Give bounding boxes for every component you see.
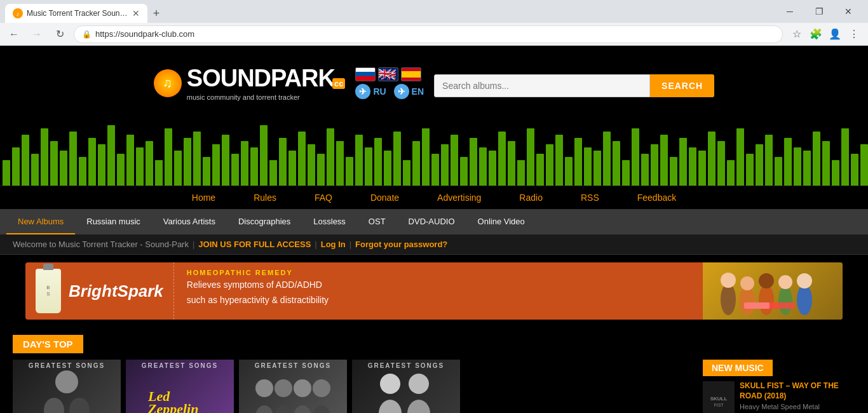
eq-bar-12 [117,154,125,186]
search-button[interactable]: SEARCH [650,74,714,97]
nav-rules[interactable]: Rules [254,193,276,203]
svg-point-13 [44,398,64,413]
search-area: SEARCH [434,74,714,97]
close-button[interactable]: ✕ [834,0,863,23]
minimize-button[interactable]: ─ [775,0,804,23]
tab-close-button[interactable]: ✕ [132,8,140,18]
join-link[interactable]: JOIN US FOR FULL ACCESS [198,240,311,249]
nav-advertising[interactable]: Advertising [437,193,481,203]
tab-lossless[interactable]: Lossless [302,209,357,234]
eq-bar-31 [298,132,306,186]
nav-menu: Home Rules FAQ Donate Advertising Radio … [0,186,868,209]
telegram-ru-label: RU [373,86,386,97]
login-link[interactable]: Log In [321,240,346,249]
flag-russia[interactable] [355,67,376,81]
eq-bar-32 [308,144,315,186]
profile-button[interactable]: 👤 [826,25,844,43]
telegram-ru-link[interactable]: ✈ RU [355,84,386,99]
eq-bar-59 [565,157,573,186]
album-label: GREATEST SONGS [126,362,234,369]
eq-bar-55 [527,128,534,186]
eq-bar-52 [498,132,506,186]
album-card[interactable]: GREATEST SONGS [239,360,347,413]
tab-russian-music[interactable]: Russian music [75,209,152,234]
extensions-button[interactable]: 🧩 [807,25,825,43]
ad-kids-svg [709,264,836,318]
tab-ost[interactable]: OST [357,209,397,234]
eq-bar-81 [775,157,782,186]
search-input[interactable] [434,74,650,97]
nav-home[interactable]: Home [192,193,215,203]
svg-point-4 [759,285,774,315]
flag-uk[interactable]: 🇬🇧 [378,67,398,81]
album-label: GREATEST SONGS [13,362,121,369]
browser-titlebar: ♪ Music Torrent Tracker Sound Par ✕ + ─ … [0,0,868,23]
eq-bar-14 [136,147,144,186]
svg-point-3 [740,276,754,290]
eq-bar-26 [250,147,258,186]
eq-bar-79 [756,144,763,186]
menu-button[interactable]: ⋮ [845,25,863,43]
album-card[interactable]: GREATEST SONGS [13,360,121,413]
section-content: BS BrightSpark HOMEOPATHIC REMEDY Reliev… [0,262,868,413]
telegram-en-link[interactable]: ✈ EN [394,84,424,99]
svg-point-26 [379,400,402,413]
welcome-bar: Welcome to Music Torrent Tracker - Sound… [0,234,868,255]
star-button[interactable]: ☆ [788,25,806,43]
back-button[interactable]: ← [5,25,23,43]
svg-point-14 [69,398,90,413]
forward-button[interactable]: → [28,25,46,43]
tab-online-video[interactable]: Online Video [466,209,536,234]
eq-bar-78 [746,154,754,186]
welcome-text: Welcome to Music Torrent Tracker - Sound… [13,240,189,249]
svg-rect-11 [744,302,770,309]
nav-radio[interactable]: Radio [519,193,543,203]
svg-point-6 [778,286,792,315]
eq-bar-60 [574,138,582,186]
eq-bar-36 [346,157,353,186]
eq-bar-8 [79,157,86,186]
ad-brand-name: BrightSpark [69,281,163,301]
forgot-password-link[interactable]: Forgot your password? [355,240,447,249]
tab-new-albums[interactable]: New Albums [6,209,75,234]
eq-bar-48 [460,157,468,186]
eq-bar-4 [41,128,48,186]
eq-bar-68 [651,144,658,186]
refresh-button[interactable]: ↻ [51,25,69,43]
logo-text: SOUNDPARK [187,65,335,92]
eq-bar-84 [803,151,811,186]
tab-various-artists[interactable]: Various Artists [152,209,227,234]
eq-bar-70 [670,157,677,186]
site-logo[interactable]: ♫ SOUNDPARK cc music community and torre… [154,65,346,101]
maximize-button[interactable]: ❐ [804,0,834,23]
header-content: ♫ SOUNDPARK cc music community and torre… [0,46,868,101]
nav-faq[interactable]: FAQ [315,193,332,203]
new-music-item[interactable]: SKULL FIST SKULL FIST – WAY OF THE ROAD … [703,381,855,413]
nav-donate[interactable]: Donate [370,193,399,203]
eq-bar-62 [593,151,601,186]
telegram-en-label: EN [412,86,424,97]
ad-remedy-label: HOMEOPATHIC REMEDY [187,269,329,276]
eq-bar-56 [536,154,544,186]
eq-bar-73 [698,151,706,186]
new-tab-button[interactable]: + [147,4,165,22]
tab-dvd-audio[interactable]: DVD-AUDIO [397,209,466,234]
tab-discographies[interactable]: Discographies [227,209,302,234]
nav-feedback[interactable]: Feedback [637,193,676,203]
eq-bar-11 [107,125,115,186]
logo-icon: ♫ [154,69,182,97]
ad-banner[interactable]: BS BrightSpark HOMEOPATHIC REMEDY Reliev… [25,262,843,320]
eq-bar-2 [22,135,29,186]
album-card[interactable]: GREATEST SONGS Led Zeppelin [126,360,234,413]
svg-point-19 [294,379,311,397]
lock-icon: 🔒 [82,30,92,39]
address-bar[interactable]: 🔒 https://soundpark-club.com [74,25,783,43]
eq-bar-67 [641,154,649,186]
eq-bar-7 [69,132,77,186]
main-layout: GREATEST SONGS GREATEST SONGS [13,360,855,413]
nav-rss[interactable]: RSS [581,193,599,203]
browser-tab[interactable]: ♪ Music Torrent Tracker Sound Par ✕ [5,4,147,23]
eq-bar-88 [841,128,849,186]
flag-spain[interactable] [401,67,421,81]
album-card[interactable]: GREATEST SONGS [352,360,460,413]
